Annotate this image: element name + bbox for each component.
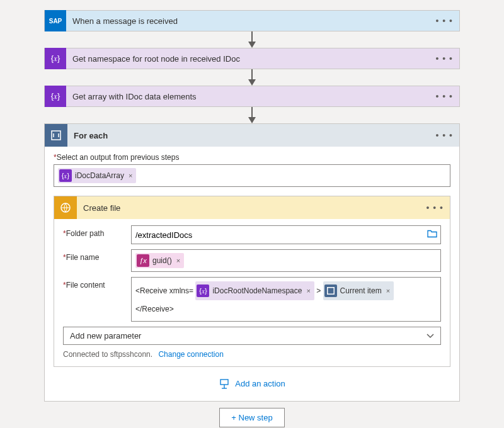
create-file-step: Create file • • • *Folder path <box>54 196 450 367</box>
file-content-label: *File content <box>63 277 131 290</box>
file-content-input[interactable]: <Receive xmlns= {𝑥} iDocRootNodeNamespac… <box>131 277 441 322</box>
file-name-label: *File name <box>63 249 131 262</box>
fx-icon: ƒx <box>137 254 149 267</box>
add-action-icon <box>219 378 230 390</box>
token-currentitem[interactable]: Current item × <box>323 281 394 300</box>
foreach-icon <box>45 124 67 147</box>
token-idocdataarray[interactable]: {𝑥} iDocDataArray × <box>58 168 136 183</box>
token-rootnamespace[interactable]: {𝑥} iDocRootNodeNamespace × <box>195 281 314 300</box>
trigger-step[interactable]: SAP When a message is received • • • <box>44 10 460 31</box>
foreach-icon <box>324 284 337 297</box>
add-action-button[interactable]: Add an action <box>54 367 450 392</box>
folder-path-label: *Folder path <box>63 225 131 238</box>
arrow-icon <box>246 31 258 48</box>
svg-marker-3 <box>248 79 256 86</box>
variable-icon: {𝑥} <box>45 86 66 107</box>
folder-path-field[interactable] <box>135 230 437 240</box>
sap-icon: SAP <box>45 10 66 31</box>
sftp-icon <box>54 196 77 219</box>
chevron-down-icon <box>427 331 434 341</box>
variable-icon: {𝑥} <box>197 284 209 297</box>
file-name-input[interactable]: ƒx guid() × <box>131 249 441 272</box>
foreach-menu[interactable]: • • • <box>430 130 459 140</box>
get-namespace-title: Get namespace for root node in received … <box>66 54 430 64</box>
get-array-menu[interactable]: • • • <box>430 91 459 101</box>
add-parameter-dropdown[interactable]: Add new parameter <box>63 327 441 345</box>
get-array-title: Get array with IDoc data elements <box>66 92 430 101</box>
change-connection-link[interactable]: Change connection <box>158 350 223 359</box>
svg-rect-6 <box>52 131 60 140</box>
token-remove[interactable]: × <box>386 283 390 299</box>
connection-info: Connected to sftpsshconn. Change connect… <box>63 350 441 359</box>
new-step-button[interactable]: + New step <box>219 408 284 427</box>
svg-rect-8 <box>327 288 334 295</box>
get-namespace-step[interactable]: {𝑥} Get namespace for root node in recei… <box>44 48 460 69</box>
variable-icon: {𝑥} <box>45 48 66 69</box>
svg-marker-5 <box>248 117 256 123</box>
create-file-title: Create file <box>77 203 420 213</box>
foreach-header[interactable]: For each • • • <box>45 124 459 147</box>
trigger-menu[interactable]: • • • <box>430 16 459 26</box>
arrow-icon <box>246 69 258 86</box>
create-file-menu[interactable]: • • • <box>420 203 450 213</box>
svg-marker-1 <box>248 42 256 48</box>
create-file-header[interactable]: Create file • • • <box>54 196 450 219</box>
token-remove[interactable]: × <box>306 283 310 299</box>
foreach-container: For each • • • *Select an output from pr… <box>44 123 460 402</box>
get-array-step[interactable]: {𝑥} Get array with IDoc data elements • … <box>44 86 460 107</box>
variable-icon: {𝑥} <box>59 169 72 182</box>
folder-browse-icon[interactable] <box>427 230 437 240</box>
token-guid[interactable]: ƒx guid() × <box>135 253 184 268</box>
trigger-title: When a message is received <box>66 16 430 26</box>
token-remove[interactable]: × <box>129 172 132 179</box>
select-output-input[interactable]: {𝑥} iDocDataArray × <box>54 164 450 187</box>
svg-rect-9 <box>220 380 228 385</box>
token-remove[interactable]: × <box>176 257 180 264</box>
arrow-icon <box>246 107 258 123</box>
foreach-title: For each <box>67 131 430 140</box>
get-namespace-menu[interactable]: • • • <box>430 54 459 64</box>
folder-path-input[interactable] <box>131 225 441 244</box>
select-output-label: *Select an output from previous steps <box>54 153 450 162</box>
